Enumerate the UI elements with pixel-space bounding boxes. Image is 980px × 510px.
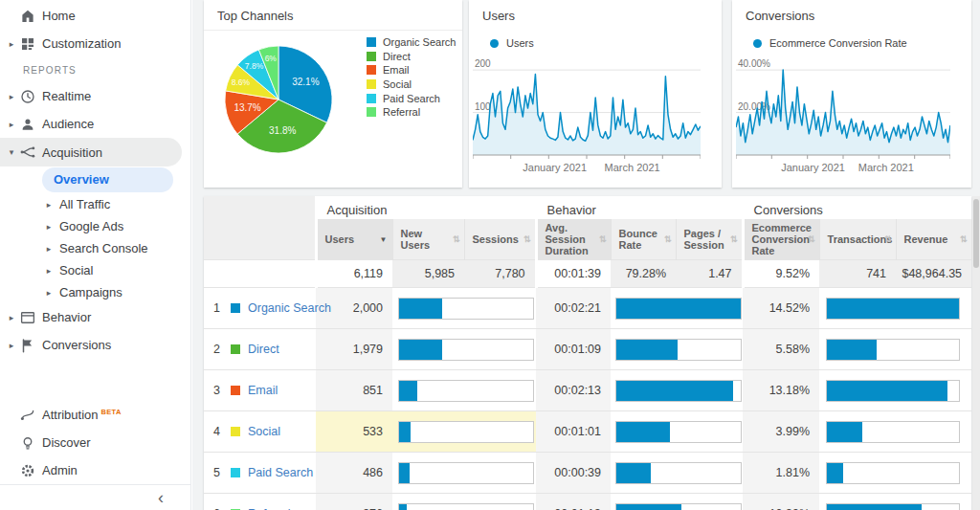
sidebar-item-overview[interactable]: Overview	[42, 167, 173, 192]
sidebar-item-label: Search Console	[59, 241, 148, 255]
channel-link[interactable]: Organic Search	[248, 301, 331, 315]
legend-item-paid-search[interactable]: Paid Search	[367, 91, 456, 105]
legend-item-organic-search[interactable]: Organic Search	[367, 35, 456, 50]
channel-cell: 2Direct	[204, 329, 316, 370]
channel-link[interactable]: Email	[248, 384, 278, 397]
svg-text:January 2021: January 2021	[523, 162, 587, 173]
legend-item-email[interactable]: Email	[367, 63, 456, 78]
sidebar-item-realtime[interactable]: ▸Realtime	[0, 82, 190, 110]
group-header-conversions: Conversions	[743, 196, 971, 219]
channel-color-swatch-icon	[231, 303, 240, 313]
svg-text:40.00%: 40.00%	[738, 58, 770, 69]
expand-caret-icon: ▸	[5, 313, 18, 322]
conversions-legend: Ecommerce Conversion Rate	[753, 37, 971, 49]
users-bar-cell	[392, 370, 536, 411]
conversion-bar-cell	[819, 411, 971, 453]
sidebar-item-label: Social	[59, 263, 93, 277]
sidebar-item-google-ads[interactable]: ▸Google Ads	[0, 215, 190, 237]
column-header-bounce-rate[interactable]: Bounce Rate⇅	[611, 219, 676, 260]
column-header-avg-session-duration[interactable]: Avg. Session Duration⇅	[536, 219, 611, 260]
legend-swatch-icon	[367, 37, 376, 47]
sort-icon: ⇅	[884, 233, 892, 245]
analytics-app: Home▸CustomizationREPORTS▸Realtime▸Audie…	[0, 0, 980, 510]
total-ecom-rate: 9.52%	[743, 260, 819, 288]
channel-cell: 6Referral	[204, 494, 316, 510]
sidebar-item-discover[interactable]: Discover	[0, 429, 190, 456]
legend-swatch-icon	[367, 52, 376, 61]
legend-item-referral[interactable]: Referral	[367, 105, 456, 120]
sort-descending-icon: ▼	[380, 234, 388, 246]
users-bar-cell	[392, 453, 536, 494]
row-rank: 4	[213, 425, 225, 438]
duration-bar-cell	[611, 411, 743, 453]
sidebar-item-admin[interactable]: Admin	[0, 456, 190, 484]
channels-table: Acquisition Behavior Conversions Users▼ …	[204, 196, 972, 510]
sort-icon: ⇅	[599, 233, 607, 245]
vertical-scrollbar[interactable]	[972, 196, 980, 510]
channel-link[interactable]: Social	[248, 425, 280, 438]
users-bar-cell	[392, 329, 536, 370]
channel-link[interactable]: Direct	[248, 343, 279, 356]
sidebar-item-label: Behavior	[42, 310, 91, 324]
scrollbar-thumb[interactable]	[973, 199, 979, 268]
sort-icon: ⇅	[664, 233, 672, 245]
channel-cell: 5Paid Search	[204, 453, 316, 494]
collapse-sidebar-icon[interactable]: ‹	[158, 489, 164, 506]
column-header-users[interactable]: Users▼	[316, 219, 392, 260]
column-header-transactions[interactable]: Transactions⇅	[819, 219, 896, 260]
legend-item-social[interactable]: Social	[367, 78, 456, 92]
sidebar-item-customization[interactable]: ▸Customization	[0, 30, 190, 57]
svg-text:31.8%: 31.8%	[269, 125, 296, 136]
expand-caret-icon: ▸	[5, 92, 18, 101]
sidebar-item-campaigns[interactable]: ▸Campaigns	[0, 281, 190, 303]
expand-caret-icon: ▾	[5, 147, 18, 157]
sidebar-item-behavior[interactable]: ▸Behavior	[0, 303, 190, 331]
expand-caret-icon: ▸	[44, 244, 54, 254]
legend-swatch-icon	[367, 94, 376, 103]
svg-text:6%: 6%	[265, 54, 278, 63]
sidebar-item-social[interactable]: ▸Social	[0, 259, 190, 281]
row-rank: 2	[213, 343, 225, 356]
sidebar-section-label: REPORTS	[0, 57, 190, 82]
column-header-revenue[interactable]: Revenue⇅	[896, 219, 971, 260]
channels-table-panel: Acquisition Behavior Conversions Users▼ …	[204, 196, 971, 510]
admin-icon	[19, 462, 36, 479]
channel-cell: 3Email	[204, 370, 316, 411]
table-corner	[204, 196, 316, 219]
column-header-new-users[interactable]: New Users⇅	[392, 219, 464, 260]
sidebar-item-attribution[interactable]: AttributionBETA	[0, 401, 190, 429]
avg-duration-value: 00:02:13	[536, 370, 611, 411]
svg-text:March 2021: March 2021	[858, 162, 914, 173]
users-value: 533	[316, 411, 392, 453]
svg-text:13.7%: 13.7%	[234, 102, 260, 113]
column-header-sessions[interactable]: Sessions⇅	[464, 219, 536, 260]
channel-link[interactable]: Paid Search	[248, 466, 313, 479]
sidebar-item-search-console[interactable]: ▸Search Console	[0, 237, 190, 259]
row-rank: 5	[213, 466, 225, 479]
sidebar-item-conversions[interactable]: ▸Conversions	[0, 331, 190, 359]
conversion-rate-value: 5.58%	[743, 329, 819, 370]
channel-color-swatch-icon	[231, 386, 240, 395]
legend-item-direct[interactable]: Direct	[367, 50, 456, 64]
total-bounce-rate: 79.28%	[611, 260, 676, 288]
pie-legend: Organic SearchDirectEmailSocialPaid Sear…	[367, 35, 456, 120]
conversion-rate-value: 14.52%	[743, 288, 819, 329]
realtime-icon	[19, 88, 36, 105]
main-content: Top Channels 32.1%31.8%13.7%8.6%7.8%6% O…	[192, 0, 980, 510]
users-value: 1,979	[316, 329, 392, 370]
sidebar-item-audience[interactable]: ▸Audience	[0, 110, 190, 138]
column-header-ecommerce-conversion-rate[interactable]: Ecommerce Conversion Rate⇅	[743, 219, 819, 260]
sidebar-item-all-traffic[interactable]: ▸All Traffic	[0, 193, 190, 215]
expand-caret-icon: ▸	[5, 39, 18, 49]
sort-icon: ⇅	[730, 233, 738, 245]
sidebar: Home▸CustomizationREPORTS▸Realtime▸Audie…	[0, 0, 191, 510]
duration-bar-cell	[611, 329, 743, 370]
column-header-pages-session[interactable]: Pages / Session⇅	[676, 219, 743, 260]
sidebar-spacer	[0, 359, 190, 401]
sidebar-item-home[interactable]: Home	[0, 2, 190, 30]
channel-color-swatch-icon	[231, 344, 240, 354]
top-channels-card: Top Channels 32.1%31.8%13.7%8.6%7.8%6% O…	[204, 0, 462, 188]
sidebar-item-acquisition[interactable]: ▾Acquisition	[0, 138, 182, 166]
total-pages-session: 1.47	[676, 260, 743, 288]
duration-bar-cell	[611, 494, 743, 510]
